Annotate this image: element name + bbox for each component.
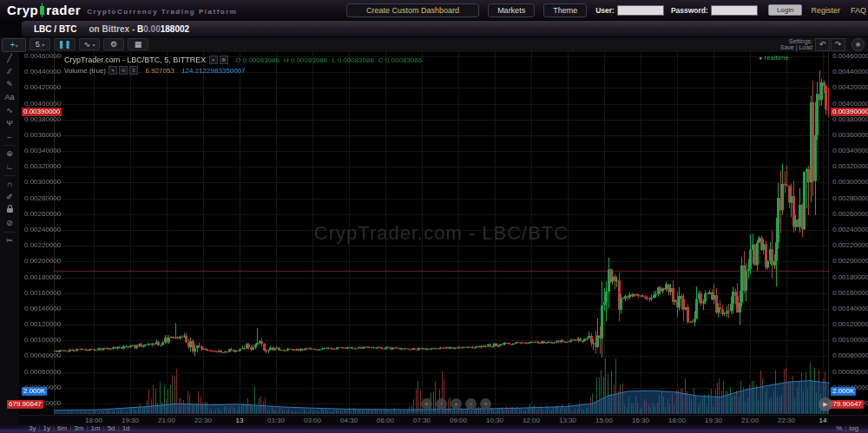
arrow-marker-icon[interactable]: ← — [0, 130, 19, 143]
undo-icon: ↶ — [819, 40, 826, 49]
scroll-to-realtime-button[interactable]: ▶ — [819, 397, 832, 411]
price-tick-label: 0.00340000 — [832, 148, 868, 154]
current-volume-badge: 679.90647 — [827, 400, 864, 409]
time-tick-label: 04:30 — [340, 417, 358, 424]
time-tick-label: 22:30 — [194, 417, 212, 424]
price-tick-label: 0.00120000 — [24, 321, 61, 328]
lock-icon[interactable] — [0, 204, 19, 217]
time-tick-label: 13:30 — [559, 417, 576, 424]
text-tool-icon[interactable]: Aa — [0, 91, 19, 104]
symbol-bar: LBC / BTC on Bittrex - B0.00188002 — [22, 21, 868, 36]
theme-button[interactable]: Theme — [543, 3, 587, 17]
measure-icon[interactable]: ∟ — [0, 161, 19, 174]
price-tick-label: 0.00420000 — [832, 84, 868, 91]
xabcd-pattern-icon[interactable]: ∿ — [0, 104, 19, 117]
legend-close-icon[interactable]: × — [209, 56, 218, 64]
range-3m-button[interactable]: 3m — [71, 424, 86, 433]
time-tick-label: 01:30 — [267, 417, 285, 424]
parallel-channel-icon[interactable]: ⁄⁄ — [0, 65, 19, 78]
price-axis-left[interactable]: 0.004600000.004400000.004200000.00400000… — [24, 52, 53, 415]
range-1m-button[interactable]: 1m — [88, 424, 102, 433]
price-tick-label: 0.00340000 — [24, 148, 61, 154]
time-tick-label: 07:30 — [413, 417, 431, 424]
price-tick-label: 0.00160000 — [832, 290, 868, 297]
magnet-icon[interactable]: ∩ — [0, 178, 19, 191]
pitchfork-icon[interactable]: Ψ — [0, 117, 19, 130]
indicators-icon: ▦ — [135, 40, 142, 49]
price-tick-label: 0.00180000 — [832, 274, 868, 281]
range-3y-button[interactable]: 3y — [26, 424, 38, 433]
legend-settings-icon[interactable]: ⚙ — [220, 56, 228, 64]
time-tick-label: 21:00 — [158, 417, 175, 424]
indicators-button[interactable]: ▦ — [128, 38, 148, 50]
scale-buttons: %|log — [833, 424, 861, 433]
volume-value: 6.927053 — [146, 67, 174, 75]
remove-drawings-icon[interactable]: ✂ — [0, 234, 19, 247]
password-input[interactable] — [711, 5, 758, 16]
register-link[interactable]: Register — [811, 6, 840, 15]
time-tick-label: 14 — [819, 417, 827, 424]
time-tick-label: 18:00 — [668, 417, 686, 424]
price-tick-label: 0.00400000 — [24, 101, 61, 108]
nav-left-button[interactable]: ‹ — [436, 398, 447, 410]
exchange-label: on Bittrex - B0.00188002 — [89, 24, 189, 34]
camera-icon: ◉ — [855, 41, 860, 47]
volume-settings-icon[interactable]: ≡ — [129, 66, 138, 75]
range-5d-button[interactable]: 5d — [105, 424, 118, 433]
price-tick-label: 0.00320000 — [832, 163, 868, 170]
settings-load-link[interactable]: Load — [799, 44, 812, 50]
crosshair-tool-button[interactable]: +▾ — [2, 38, 26, 52]
time-tick-label: 19:30 — [122, 417, 139, 424]
price-tick-label: 0.00440000 — [24, 69, 61, 75]
compare-icon: ∿ — [84, 40, 91, 49]
screenshot-button[interactable]: ◉ — [852, 38, 865, 51]
last-price-badge: 0.00390000 — [22, 108, 62, 116]
scale-%-button[interactable]: % — [833, 424, 845, 432]
range-1y-button[interactable]: 1y — [41, 424, 53, 433]
chart-legend: CrypTrader.com - LBC/BTC, 5, BITTREX ×⚙ … — [64, 56, 422, 75]
settings-label: Settings: — [780, 38, 812, 44]
nav-fast-right-button[interactable]: » — [480, 398, 491, 410]
nav-center-button[interactable]: • — [450, 398, 462, 410]
timeframe-buttons: 3y|1y|6m|3m|1m|5d|1d — [26, 424, 133, 433]
time-tick-label: 15:00 — [595, 417, 613, 424]
range-1d-button[interactable]: 1d — [120, 424, 133, 433]
price-tick-label: 0.00380000 — [24, 116, 61, 123]
scale-log-button[interactable]: log — [846, 424, 861, 432]
price-tick-label: 0.00160000 — [24, 290, 61, 297]
gear-icon: ⚙ — [110, 40, 117, 49]
volume-axis-badge: 2.000K — [22, 387, 47, 396]
markets-button[interactable]: Markets — [488, 3, 535, 17]
create-dashboard-button[interactable]: Create Custom Dashboard — [346, 3, 479, 17]
price-axis-right[interactable]: 0.004600000.004400000.004200000.00400000… — [832, 52, 868, 415]
price-tick-label: 0.00240000 — [832, 226, 868, 233]
user-input[interactable] — [617, 5, 664, 16]
nav-fast-left-button[interactable]: « — [421, 398, 432, 410]
time-tick-label: 16:30 — [632, 417, 649, 424]
symbol-pair: LBC / BTC — [34, 24, 76, 34]
password-label: Password: — [671, 6, 708, 15]
zoom-in-icon[interactable]: ⊕ — [0, 148, 19, 161]
volume-close-icon[interactable]: × — [108, 66, 117, 75]
price-tick-label: 0.00440000 — [832, 69, 868, 75]
brush-icon[interactable]: ✎ — [0, 78, 19, 91]
undo-button[interactable]: ↶ — [815, 38, 830, 51]
time-tick-label: 13 — [236, 417, 244, 424]
volume-toggle-icon[interactable]: ⊙ — [119, 66, 128, 75]
range-6m-button[interactable]: 6m — [55, 424, 69, 433]
hide-drawings-icon[interactable]: ⊘ — [0, 217, 19, 230]
settings-save-link[interactable]: Save — [780, 44, 794, 50]
candlestick-style-button[interactable]: ❚❚ — [54, 38, 76, 50]
chart-area: CrypTrader.com - LBC/BTC CrypTrader.com … — [19, 52, 868, 415]
login-button[interactable]: Login — [768, 4, 803, 16]
time-tick-label: 21:00 — [741, 417, 759, 424]
redo-button[interactable]: ↷ — [831, 38, 845, 51]
interval-select[interactable]: 5 ▾ — [30, 38, 50, 50]
faq-link[interactable]: FAQ — [851, 6, 866, 15]
trend-line-icon[interactable]: ╱ — [0, 52, 19, 65]
chart-properties-button[interactable]: ⚙ — [103, 38, 124, 50]
nav-right-button[interactable]: › — [465, 398, 477, 410]
edit-pencil-icon[interactable]: ✐ — [0, 191, 19, 204]
price-tick-label: 0.00400000 — [832, 101, 868, 108]
compare-button[interactable]: ∿ ▾ — [79, 38, 100, 50]
